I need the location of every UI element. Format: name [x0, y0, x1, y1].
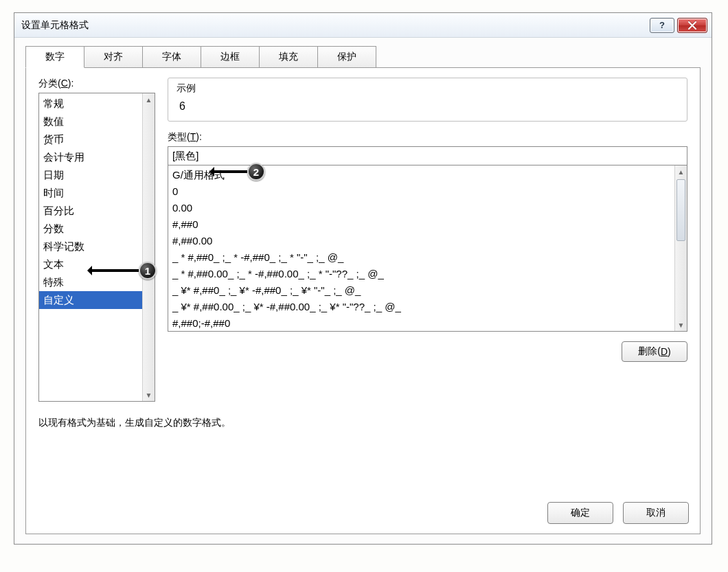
format-item[interactable]: _ * #,##0.00_ ;_ * -#,##0.00_ ;_ * "-"??…	[168, 266, 674, 282]
scroll-down-icon[interactable]: ▼	[675, 319, 687, 331]
format-item[interactable]: 0	[168, 183, 674, 200]
delete-button[interactable]: 删除(D)	[622, 341, 687, 362]
close-icon	[688, 21, 696, 30]
scroll-down-icon[interactable]: ▼	[143, 389, 155, 401]
format-item[interactable]: _ ¥* #,##0_ ;_ ¥* -#,##0_ ;_ ¥* "-"_ ;_ …	[168, 282, 674, 299]
custom-format-hint: 以现有格式为基础，生成自定义的数字格式。	[38, 417, 687, 429]
category-listbox[interactable]: 常规数值货币会计专用日期时间百分比分数科学记数文本特殊自定义 ▲ ▼	[38, 93, 155, 402]
format-listbox[interactable]: G/通用格式00.00#,##0#,##0.00_ * #,##0_ ;_ * …	[168, 165, 687, 332]
category-item[interactable]: 常规	[39, 95, 142, 113]
help-icon: ?	[659, 20, 665, 30]
format-item[interactable]: _ * #,##0_ ;_ * -#,##0_ ;_ * "-"_ ;_ @_	[168, 249, 674, 266]
category-label: 分类(C):	[38, 78, 155, 90]
category-scrollbar[interactable]: ▲ ▼	[142, 93, 155, 401]
format-item[interactable]: _ ¥* #,##0.00_ ;_ ¥* -#,##0.00_ ;_ ¥* "-…	[168, 299, 674, 315]
dialog-title: 设置单元格格式	[21, 19, 89, 32]
number-tab-panel: 分类(C): 常规数值货币会计专用日期时间百分比分数科学记数文本特殊自定义 ▲ …	[25, 67, 701, 534]
format-item[interactable]: #,##0	[168, 216, 674, 233]
tab-font[interactable]: 字体	[142, 46, 201, 68]
category-item[interactable]: 会计专用	[39, 148, 142, 166]
scroll-up-icon[interactable]: ▲	[143, 93, 155, 106]
format-scrollbar[interactable]: ▲ ▼	[674, 165, 687, 331]
format-item[interactable]: 0.00	[168, 200, 674, 216]
sample-group: 示例 6	[168, 78, 687, 122]
sample-label: 示例	[177, 82, 679, 95]
format-item[interactable]: #,##0.00	[168, 233, 674, 249]
tab-number[interactable]: 数字	[25, 46, 84, 68]
tab-alignment[interactable]: 对齐	[84, 46, 143, 68]
scroll-up-icon[interactable]: ▲	[675, 165, 687, 178]
category-item[interactable]: 特殊	[39, 273, 142, 291]
tab-fill[interactable]: 填充	[259, 46, 318, 68]
type-label: 类型(T):	[168, 131, 687, 144]
help-button[interactable]: ?	[650, 18, 674, 33]
ok-button[interactable]: 确定	[547, 502, 613, 524]
category-item[interactable]: 自定义	[39, 291, 142, 309]
category-item[interactable]: 分数	[39, 220, 142, 238]
format-cells-dialog: 设置单元格格式 ? 数字 对齐 字体 边框 填充 保护	[14, 12, 712, 545]
titlebar: 设置单元格格式 ?	[14, 13, 712, 38]
close-button[interactable]	[677, 18, 707, 33]
category-item[interactable]: 货币	[39, 130, 142, 148]
type-input[interactable]	[168, 146, 687, 165]
category-item[interactable]: 百分比	[39, 202, 142, 220]
tab-strip: 数字 对齐 字体 边框 填充 保护	[25, 46, 701, 68]
tab-protection[interactable]: 保护	[317, 46, 376, 68]
category-item[interactable]: 数值	[39, 113, 142, 130]
sample-value: 6	[177, 100, 679, 113]
category-item[interactable]: 文本	[39, 255, 142, 273]
category-item[interactable]: 时间	[39, 184, 142, 202]
cancel-button[interactable]: 取消	[623, 502, 689, 524]
tab-border[interactable]: 边框	[201, 46, 260, 68]
format-item[interactable]: #,##0;-#,##0	[168, 315, 674, 331]
category-item[interactable]: 日期	[39, 166, 142, 184]
category-item[interactable]: 科学记数	[39, 238, 142, 255]
format-item[interactable]: G/通用格式	[168, 167, 674, 183]
